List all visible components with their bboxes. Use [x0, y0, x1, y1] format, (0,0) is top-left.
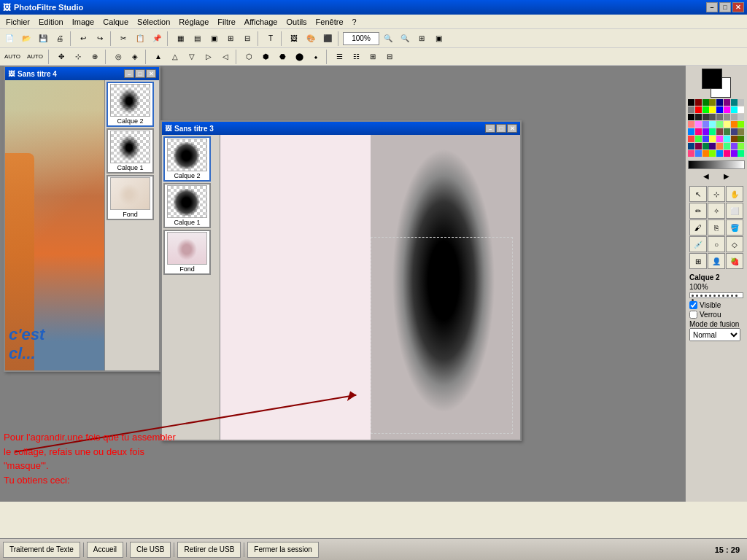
color-next[interactable]: ▶ — [724, 172, 729, 180]
palette-color[interactable] — [724, 136, 730, 142]
opacity-slider[interactable] — [689, 292, 743, 298]
tb2-btn16[interactable]: ☰ — [331, 49, 347, 65]
tb-btn-c[interactable]: ▣ — [206, 31, 222, 47]
tb2-btn9[interactable]: ▷ — [201, 49, 217, 65]
save-button[interactable]: 💾 — [35, 31, 51, 47]
palette-color[interactable] — [724, 128, 730, 135]
menu-help[interactable]: ? — [348, 16, 361, 28]
win3-maximize[interactable]: □ — [496, 124, 506, 133]
tb-btn-g[interactable]: 🖼 — [286, 31, 302, 47]
palette-color[interactable] — [731, 143, 738, 149]
taskbar-cle-usb[interactable]: Cle USB — [130, 542, 171, 558]
palette-color[interactable] — [703, 150, 709, 157]
win4-maximize[interactable]: □ — [135, 69, 145, 78]
redo-button[interactable]: ↪ — [92, 31, 108, 47]
fusion-select[interactable]: Normal Multiplier Screen Overlay — [689, 328, 740, 341]
tb2-btn13[interactable]: ⬣ — [274, 49, 290, 65]
open-button[interactable]: 📂 — [18, 31, 34, 47]
palette-color[interactable] — [709, 143, 716, 149]
palette-color[interactable] — [738, 143, 744, 149]
tb2-btn15[interactable]: ⬥ — [308, 49, 324, 65]
tb2-auto2[interactable]: AUTO — [24, 49, 46, 65]
tool-stamp[interactable]: 🍓 — [726, 253, 743, 269]
palette-color[interactable] — [731, 99, 738, 106]
palette-color[interactable] — [716, 121, 723, 128]
palette-color[interactable] — [738, 114, 744, 120]
palette-color[interactable] — [731, 150, 738, 157]
palette-color[interactable] — [738, 106, 744, 113]
gradient-bar[interactable] — [688, 160, 745, 169]
palette-color[interactable] — [688, 150, 694, 157]
tool-clone[interactable]: ⎘ — [708, 219, 725, 236]
palette-color[interactable] — [709, 99, 716, 106]
tb-btn-h[interactable]: 🎨 — [303, 31, 319, 47]
palette-color[interactable] — [709, 106, 716, 113]
tb2-auto[interactable]: AUTO — [1, 49, 23, 65]
tool-select[interactable]: ↖ — [689, 186, 707, 202]
menu-affichage[interactable]: Affichage — [240, 16, 282, 28]
palette-color[interactable] — [724, 106, 730, 113]
tool-magic-wand[interactable]: ✧ — [708, 203, 725, 219]
tool-pen[interactable]: ✏ — [689, 203, 707, 219]
maximize-button[interactable]: □ — [719, 2, 731, 12]
zoom-fit[interactable]: ⊞ — [414, 31, 430, 47]
zoom-in[interactable]: 🔍 — [380, 31, 396, 47]
zoom-out[interactable]: 🔍 — [397, 31, 413, 47]
tool-brush[interactable]: 🖌 — [689, 219, 707, 236]
tb2-btn18[interactable]: ⊞ — [365, 49, 381, 65]
close-button[interactable]: ✕ — [732, 2, 744, 12]
palette-color[interactable] — [716, 106, 723, 113]
palette-color[interactable] — [695, 114, 702, 120]
print-button[interactable]: 🖨 — [52, 31, 68, 47]
palette-color[interactable] — [695, 136, 702, 142]
menu-selection[interactable]: Sélection — [133, 16, 174, 28]
tb-btn-a[interactable]: ▦ — [172, 31, 188, 47]
palette-color[interactable] — [709, 150, 716, 157]
tool-eyedropper[interactable]: 💉 — [689, 236, 707, 252]
palette-color[interactable] — [731, 106, 738, 113]
palette-color[interactable] — [703, 143, 709, 149]
taskbar-accueil[interactable]: Accueil — [87, 542, 123, 558]
tb2-btn2[interactable]: ⊹ — [70, 49, 86, 65]
menu-fenetre[interactable]: Fenêtre — [311, 16, 348, 28]
verrou-checkbox[interactable] — [689, 311, 697, 319]
palette-color[interactable] — [716, 128, 723, 135]
taskbar-traitement[interactable]: Traitement de Texte — [3, 542, 80, 558]
palette-color[interactable] — [724, 150, 730, 157]
palette-color[interactable] — [703, 128, 709, 135]
tb2-btn14[interactable]: ⬤ — [291, 49, 307, 65]
win3-minimize[interactable]: – — [485, 124, 495, 133]
tb-btn-i[interactable]: ⬛ — [320, 31, 336, 47]
tb2-btn6[interactable]: ▲ — [150, 49, 166, 65]
win3-close[interactable]: ✕ — [507, 124, 517, 133]
palette-color[interactable] — [731, 136, 738, 142]
tb2-btn5[interactable]: ◈ — [127, 49, 143, 65]
palette-color[interactable] — [724, 114, 730, 120]
foreground-color-swatch[interactable] — [702, 69, 722, 89]
tool-eraser[interactable]: ⬜ — [726, 203, 743, 219]
tb2-btn11[interactable]: ⬡ — [241, 49, 257, 65]
palette-color[interactable] — [688, 99, 694, 106]
copy-button[interactable]: 📋 — [132, 31, 148, 47]
tool-grid[interactable]: ⊞ — [689, 253, 707, 269]
palette-color[interactable] — [703, 121, 709, 128]
tb-btn-f[interactable]: T — [263, 31, 279, 47]
palette-color[interactable] — [695, 128, 702, 135]
palette-color[interactable] — [738, 121, 744, 128]
win4-layer-2[interactable]: Calque 2 — [107, 82, 154, 127]
palette-color[interactable] — [688, 136, 694, 142]
minimize-button[interactable]: – — [706, 2, 718, 12]
palette-color[interactable] — [731, 121, 738, 128]
win3-fond[interactable]: Fond — [163, 230, 211, 275]
tb-btn-b[interactable]: ▤ — [189, 31, 205, 47]
win4-layer-1[interactable]: Calque 1 — [107, 128, 154, 174]
zoom-full[interactable]: ▣ — [430, 31, 446, 47]
win3-titlebar[interactable]: 🖼 Sans titre 3 – □ ✕ — [162, 122, 520, 135]
palette-color[interactable] — [703, 114, 709, 120]
tb2-btn19[interactable]: ⊟ — [382, 49, 398, 65]
tb2-btn4[interactable]: ◎ — [110, 49, 126, 65]
taskbar-fermer[interactable]: Fermer la session — [247, 542, 318, 558]
zoom-input[interactable] — [343, 32, 379, 45]
tb2-btn12[interactable]: ⬢ — [258, 49, 274, 65]
palette-color[interactable] — [709, 121, 716, 128]
